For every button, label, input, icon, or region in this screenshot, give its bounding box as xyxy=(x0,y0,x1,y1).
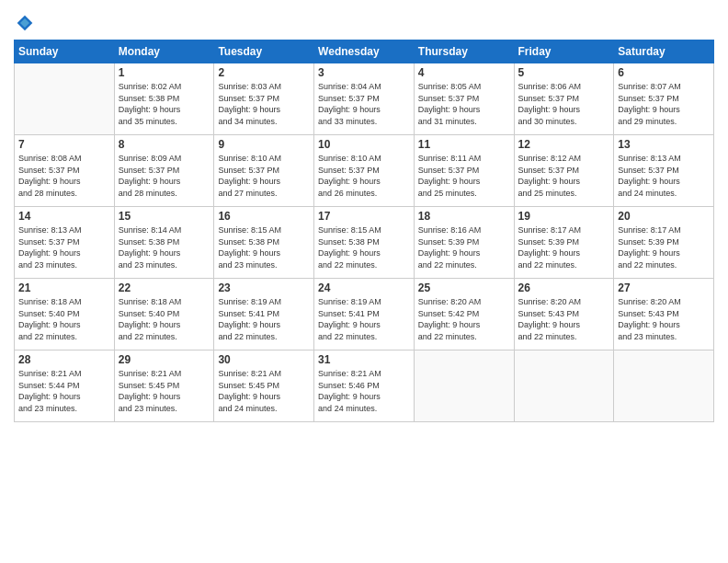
day-number: 25 xyxy=(418,282,510,294)
calendar-header-thursday: Thursday xyxy=(414,40,514,63)
day-number: 11 xyxy=(418,138,510,151)
day-info: Sunrise: 8:20 AMSunset: 5:43 PMDaylight:… xyxy=(518,296,610,342)
day-number: 21 xyxy=(18,282,110,294)
day-info: Sunrise: 8:13 AMSunset: 5:37 PMDaylight:… xyxy=(618,153,710,199)
day-info: Sunrise: 8:06 AMSunset: 5:37 PMDaylight:… xyxy=(518,81,610,127)
calendar-header-monday: Monday xyxy=(114,40,214,63)
calendar-cell: 25Sunrise: 8:20 AMSunset: 5:42 PMDayligh… xyxy=(414,279,514,350)
day-info: Sunrise: 8:17 AMSunset: 5:39 PMDaylight:… xyxy=(618,224,710,270)
day-number: 14 xyxy=(18,210,110,223)
day-number: 26 xyxy=(518,282,610,294)
day-info: Sunrise: 8:08 AMSunset: 5:37 PMDaylight:… xyxy=(18,153,110,199)
day-info: Sunrise: 8:09 AMSunset: 5:37 PMDaylight:… xyxy=(119,153,210,199)
day-info: Sunrise: 8:10 AMSunset: 5:37 PMDaylight:… xyxy=(218,153,310,199)
calendar-cell: 7Sunrise: 8:08 AMSunset: 5:37 PMDaylight… xyxy=(15,135,115,207)
day-number: 27 xyxy=(618,282,710,294)
day-info: Sunrise: 8:18 AMSunset: 5:40 PMDaylight:… xyxy=(119,296,210,342)
day-number: 10 xyxy=(318,138,410,151)
day-number: 9 xyxy=(218,138,310,151)
day-info: Sunrise: 8:11 AMSunset: 5:37 PMDaylight:… xyxy=(418,153,510,199)
calendar-cell: 28Sunrise: 8:21 AMSunset: 5:44 PMDayligh… xyxy=(15,350,115,422)
calendar-cell: 15Sunrise: 8:14 AMSunset: 5:38 PMDayligh… xyxy=(114,207,214,279)
calendar-header-sunday: Sunday xyxy=(15,40,115,63)
day-number: 18 xyxy=(418,210,510,223)
calendar-cell: 9Sunrise: 8:10 AMSunset: 5:37 PMDaylight… xyxy=(214,135,314,207)
day-info: Sunrise: 8:02 AMSunset: 5:38 PMDaylight:… xyxy=(119,81,210,127)
day-info: Sunrise: 8:07 AMSunset: 5:37 PMDaylight:… xyxy=(618,81,710,127)
calendar-cell: 13Sunrise: 8:13 AMSunset: 5:37 PMDayligh… xyxy=(614,135,714,207)
day-number: 28 xyxy=(18,353,110,366)
day-number: 30 xyxy=(218,353,310,366)
day-number: 6 xyxy=(618,66,710,79)
day-info: Sunrise: 8:15 AMSunset: 5:38 PMDaylight:… xyxy=(318,224,410,270)
day-number: 12 xyxy=(518,138,610,151)
calendar-cell: 5Sunrise: 8:06 AMSunset: 5:37 PMDaylight… xyxy=(514,63,614,135)
logo xyxy=(14,14,34,32)
calendar-cell: 10Sunrise: 8:10 AMSunset: 5:37 PMDayligh… xyxy=(314,135,415,207)
day-number: 29 xyxy=(119,353,210,366)
calendar-header-friday: Friday xyxy=(514,40,614,63)
calendar-cell xyxy=(414,350,514,422)
day-number: 5 xyxy=(518,66,610,79)
calendar-cell: 3Sunrise: 8:04 AMSunset: 5:37 PMDaylight… xyxy=(314,63,415,135)
day-info: Sunrise: 8:21 AMSunset: 5:44 PMDaylight:… xyxy=(18,368,110,414)
day-number: 16 xyxy=(218,210,310,223)
logo-icon xyxy=(16,14,34,32)
calendar-week-row: 1Sunrise: 8:02 AMSunset: 5:38 PMDaylight… xyxy=(15,63,714,135)
day-info: Sunrise: 8:16 AMSunset: 5:39 PMDaylight:… xyxy=(418,224,510,270)
calendar-cell xyxy=(15,63,115,135)
calendar-cell: 6Sunrise: 8:07 AMSunset: 5:37 PMDaylight… xyxy=(614,63,714,135)
day-info: Sunrise: 8:04 AMSunset: 5:37 PMDaylight:… xyxy=(318,81,410,127)
calendar-cell: 26Sunrise: 8:20 AMSunset: 5:43 PMDayligh… xyxy=(514,279,614,350)
day-info: Sunrise: 8:21 AMSunset: 5:45 PMDaylight:… xyxy=(218,368,310,414)
calendar-cell: 23Sunrise: 8:19 AMSunset: 5:41 PMDayligh… xyxy=(214,279,314,350)
calendar-header-wednesday: Wednesday xyxy=(314,40,415,63)
day-number: 24 xyxy=(318,282,410,294)
day-number: 7 xyxy=(18,138,110,151)
day-info: Sunrise: 8:05 AMSunset: 5:37 PMDaylight:… xyxy=(418,81,510,127)
calendar-cell xyxy=(614,350,714,422)
calendar-cell: 31Sunrise: 8:21 AMSunset: 5:46 PMDayligh… xyxy=(314,350,415,422)
calendar-cell: 27Sunrise: 8:20 AMSunset: 5:43 PMDayligh… xyxy=(614,279,714,350)
day-number: 19 xyxy=(518,210,610,223)
day-number: 15 xyxy=(119,210,210,223)
day-number: 31 xyxy=(318,353,410,366)
calendar-week-row: 7Sunrise: 8:08 AMSunset: 5:37 PMDaylight… xyxy=(15,135,714,207)
day-info: Sunrise: 8:15 AMSunset: 5:38 PMDaylight:… xyxy=(218,224,310,270)
calendar-cell: 1Sunrise: 8:02 AMSunset: 5:38 PMDaylight… xyxy=(114,63,214,135)
calendar-cell: 2Sunrise: 8:03 AMSunset: 5:37 PMDaylight… xyxy=(214,63,314,135)
calendar-week-row: 28Sunrise: 8:21 AMSunset: 5:44 PMDayligh… xyxy=(15,350,714,422)
day-info: Sunrise: 8:10 AMSunset: 5:37 PMDaylight:… xyxy=(318,153,410,199)
header xyxy=(14,9,714,32)
day-info: Sunrise: 8:12 AMSunset: 5:37 PMDaylight:… xyxy=(518,153,610,199)
day-info: Sunrise: 8:17 AMSunset: 5:39 PMDaylight:… xyxy=(518,224,610,270)
calendar-cell: 12Sunrise: 8:12 AMSunset: 5:37 PMDayligh… xyxy=(514,135,614,207)
day-info: Sunrise: 8:19 AMSunset: 5:41 PMDaylight:… xyxy=(218,296,310,342)
day-number: 23 xyxy=(218,282,310,294)
calendar-cell: 4Sunrise: 8:05 AMSunset: 5:37 PMDaylight… xyxy=(414,63,514,135)
calendar-header-tuesday: Tuesday xyxy=(214,40,314,63)
day-info: Sunrise: 8:19 AMSunset: 5:41 PMDaylight:… xyxy=(318,296,410,342)
day-number: 2 xyxy=(218,66,310,79)
calendar-cell: 29Sunrise: 8:21 AMSunset: 5:45 PMDayligh… xyxy=(114,350,214,422)
day-number: 13 xyxy=(618,138,710,151)
calendar-header-saturday: Saturday xyxy=(614,40,714,63)
page-container: SundayMondayTuesdayWednesdayThursdayFrid… xyxy=(0,0,728,563)
calendar-cell: 19Sunrise: 8:17 AMSunset: 5:39 PMDayligh… xyxy=(514,207,614,279)
calendar-cell: 18Sunrise: 8:16 AMSunset: 5:39 PMDayligh… xyxy=(414,207,514,279)
calendar-cell: 22Sunrise: 8:18 AMSunset: 5:40 PMDayligh… xyxy=(114,279,214,350)
day-number: 3 xyxy=(318,66,410,79)
day-info: Sunrise: 8:21 AMSunset: 5:45 PMDaylight:… xyxy=(119,368,210,414)
day-info: Sunrise: 8:20 AMSunset: 5:43 PMDaylight:… xyxy=(618,296,710,342)
calendar-cell: 14Sunrise: 8:13 AMSunset: 5:37 PMDayligh… xyxy=(15,207,115,279)
day-number: 4 xyxy=(418,66,510,79)
calendar-cell: 8Sunrise: 8:09 AMSunset: 5:37 PMDaylight… xyxy=(114,135,214,207)
calendar-cell xyxy=(514,350,614,422)
day-number: 22 xyxy=(119,282,210,294)
calendar-cell: 20Sunrise: 8:17 AMSunset: 5:39 PMDayligh… xyxy=(614,207,714,279)
day-info: Sunrise: 8:13 AMSunset: 5:37 PMDaylight:… xyxy=(18,224,110,270)
calendar-cell: 11Sunrise: 8:11 AMSunset: 5:37 PMDayligh… xyxy=(414,135,514,207)
calendar-table: SundayMondayTuesdayWednesdayThursdayFrid… xyxy=(14,40,714,422)
calendar-week-row: 14Sunrise: 8:13 AMSunset: 5:37 PMDayligh… xyxy=(15,207,714,279)
day-info: Sunrise: 8:03 AMSunset: 5:37 PMDaylight:… xyxy=(218,81,310,127)
